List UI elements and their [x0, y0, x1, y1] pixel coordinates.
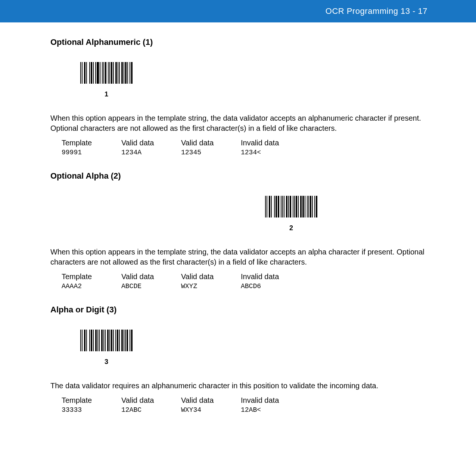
- td: ABCDE: [121, 283, 181, 290]
- th: Valid data: [121, 139, 181, 149]
- td: AAAA2: [62, 283, 121, 290]
- td: 12ABC: [121, 406, 181, 414]
- barcode-block-3: 3: [80, 330, 133, 366]
- th: Invalid data: [241, 272, 301, 283]
- th: Template: [62, 272, 121, 283]
- barcode-1: [80, 62, 133, 84]
- th: Invalid data: [241, 396, 301, 406]
- th: Valid data: [181, 396, 241, 406]
- data-table-1: Template Valid data Valid data Invalid d…: [62, 139, 301, 156]
- td: ABCD6: [241, 283, 301, 290]
- barcode-block-2: 2: [265, 196, 317, 232]
- data-table-2: Template Valid data Valid data Invalid d…: [62, 272, 301, 290]
- section-heading-2: Optional Alpha (2): [50, 171, 427, 181]
- th: Valid data: [121, 272, 181, 283]
- header-title: OCR Programming 13 - 17: [326, 6, 427, 16]
- th: Valid data: [181, 272, 241, 283]
- td: WXY34: [181, 406, 241, 414]
- data-table-3: Template Valid data Valid data Invalid d…: [62, 396, 301, 414]
- section-body-3: The data validator requires an alphanume…: [50, 381, 427, 391]
- section-heading-3: Alpha or Digit (3): [50, 305, 427, 315]
- td: 12345: [181, 149, 241, 156]
- table-header-row: Template Valid data Valid data Invalid d…: [62, 396, 301, 406]
- header-bar: OCR Programming 13 - 17: [0, 0, 476, 22]
- section-body-2: When this option appears in the template…: [50, 247, 427, 267]
- table-row: AAAA2 ABCDE WXYZ ABCD6: [62, 283, 301, 290]
- barcode-label-1: 1: [80, 90, 133, 98]
- page-content: Optional Alphanumeric (1) 1 When this op…: [0, 22, 476, 414]
- th: Template: [62, 396, 121, 406]
- table-row: 99991 1234A 12345 1234<: [62, 149, 301, 156]
- td: WXYZ: [181, 283, 241, 290]
- barcode-label-3: 3: [80, 358, 133, 366]
- td: 33333: [62, 406, 121, 414]
- th: Template: [62, 139, 121, 149]
- section-heading-1: Optional Alphanumeric (1): [50, 37, 427, 47]
- th: Valid data: [121, 396, 181, 406]
- table-header-row: Template Valid data Valid data Invalid d…: [62, 139, 301, 149]
- barcode-label-2: 2: [265, 224, 317, 232]
- td: 12AB<: [241, 406, 301, 414]
- table-row: 33333 12ABC WXY34 12AB<: [62, 406, 301, 414]
- th: Valid data: [181, 139, 241, 149]
- th: Invalid data: [241, 139, 301, 149]
- td: 1234<: [241, 149, 301, 156]
- td: 99991: [62, 149, 121, 156]
- barcode-3: [80, 330, 133, 351]
- barcode-2: [265, 196, 317, 217]
- table-header-row: Template Valid data Valid data Invalid d…: [62, 272, 301, 283]
- barcode-block-1: 1: [80, 62, 133, 98]
- td: 1234A: [121, 149, 181, 156]
- section-body-1: When this option appears in the template…: [50, 113, 427, 133]
